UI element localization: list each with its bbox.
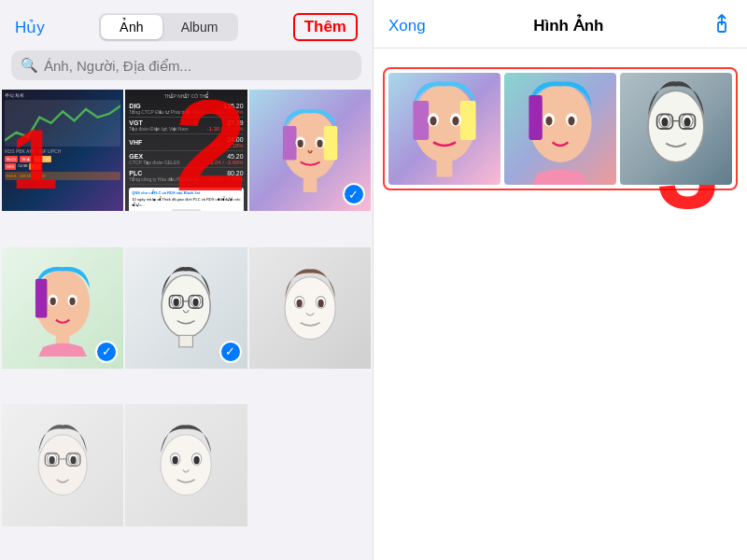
svg-rect-9 bbox=[35, 279, 48, 318]
svg-point-55 bbox=[545, 117, 552, 126]
check-badge-3: ✓ bbox=[219, 341, 242, 363]
right-panel-title: Hình Ảnh bbox=[533, 16, 603, 35]
svg-point-28 bbox=[317, 299, 323, 306]
done-button[interactable]: Xong bbox=[388, 17, 426, 35]
left-header: Hủy Ảnh Album Thêm bbox=[0, 0, 373, 50]
photo-cell-7[interactable] bbox=[2, 404, 123, 525]
selected-photos-strip bbox=[383, 67, 738, 190]
svg-point-15 bbox=[162, 274, 210, 337]
svg-point-17 bbox=[174, 298, 179, 305]
search-icon: 🔍 bbox=[21, 57, 38, 74]
svg-point-57 bbox=[568, 117, 574, 126]
photo-cell-1[interactable]: 주식 차트 RDS PBK AHK VNF UPCH MaCk Nhật 1,1… bbox=[2, 90, 123, 211]
segment-control: Ảnh Album bbox=[99, 13, 238, 41]
svg-rect-23 bbox=[179, 335, 193, 347]
svg-rect-1 bbox=[283, 126, 297, 160]
segment-photo[interactable]: Ảnh bbox=[101, 15, 162, 39]
svg-point-58 bbox=[648, 91, 704, 162]
segment-album[interactable]: Album bbox=[162, 15, 237, 39]
svg-point-50 bbox=[452, 117, 458, 126]
left-panel: Hủy Ảnh Album Thêm 🔍 주식 차트 RDS PBK AHK V… bbox=[0, 0, 374, 560]
svg-point-37 bbox=[161, 435, 211, 496]
svg-point-4 bbox=[297, 140, 303, 147]
svg-point-62 bbox=[684, 118, 690, 127]
right-content-area: 3 bbox=[374, 49, 747, 560]
svg-point-6 bbox=[317, 140, 322, 147]
svg-point-39 bbox=[173, 456, 178, 464]
svg-point-26 bbox=[296, 299, 302, 306]
photo-cell-2[interactable]: THẤP NHẤT CÓ THỂ DIGTổng CTCP Đầu tư Phá… bbox=[125, 90, 247, 211]
photo-grid: 주식 차트 RDS PBK AHK VNF UPCH MaCk Nhật 1,1… bbox=[0, 90, 373, 560]
svg-point-13 bbox=[69, 297, 75, 304]
strip-photo-2[interactable] bbox=[504, 73, 616, 185]
svg-point-60 bbox=[661, 118, 668, 127]
svg-point-24 bbox=[285, 276, 335, 339]
strip-photo-3[interactable] bbox=[620, 73, 732, 185]
photo-cell-5[interactable]: ✓ bbox=[125, 247, 247, 369]
svg-rect-7 bbox=[303, 177, 317, 192]
photo-cell-6[interactable] bbox=[249, 247, 371, 369]
svg-rect-2 bbox=[323, 126, 337, 160]
right-header: Xong Hình Ảnh bbox=[374, 0, 747, 49]
add-button[interactable]: Thêm bbox=[293, 13, 358, 41]
right-panel: Xong Hình Ảnh 3 bbox=[374, 0, 747, 560]
photo-cell-4[interactable]: ✓ bbox=[2, 247, 123, 369]
search-bar: 🔍 bbox=[11, 50, 361, 80]
photo-cell-8[interactable] bbox=[125, 404, 247, 525]
svg-rect-51 bbox=[437, 161, 453, 177]
svg-point-48 bbox=[430, 117, 436, 126]
svg-point-31 bbox=[49, 456, 55, 464]
photo-cell-3[interactable]: ✓ bbox=[249, 90, 371, 211]
svg-point-11 bbox=[50, 297, 56, 304]
svg-rect-45 bbox=[413, 101, 429, 140]
search-input[interactable] bbox=[44, 58, 352, 74]
svg-point-41 bbox=[194, 456, 200, 464]
strip-photo-1[interactable] bbox=[388, 73, 500, 185]
svg-point-33 bbox=[70, 456, 76, 464]
svg-point-19 bbox=[193, 298, 199, 305]
svg-rect-46 bbox=[460, 101, 476, 140]
cancel-button[interactable]: Hủy bbox=[15, 18, 45, 37]
share-button[interactable] bbox=[712, 13, 732, 38]
svg-rect-53 bbox=[529, 95, 542, 140]
